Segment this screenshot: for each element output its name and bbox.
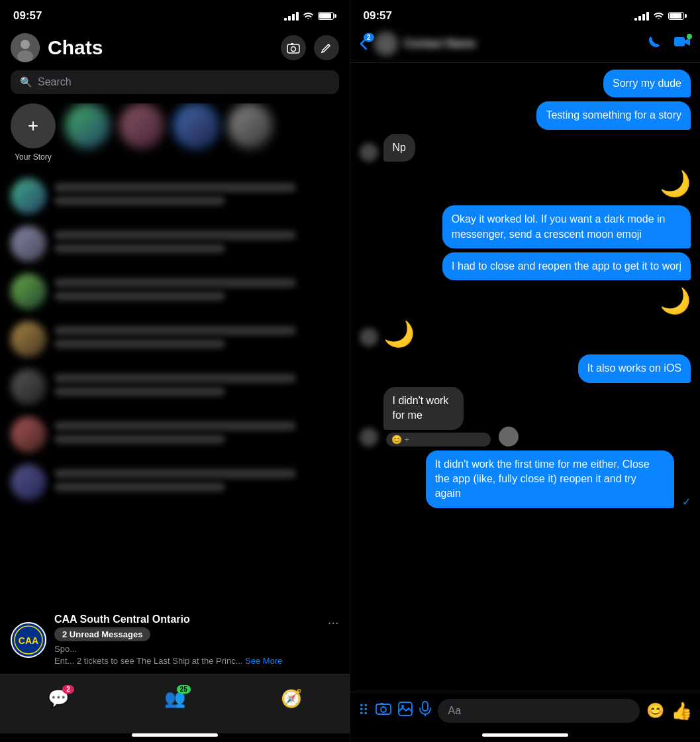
left-panel: 09:57 Chats [0,0,350,742]
bubble-2: Testing something for a story [536,101,691,129]
bubble-1: Sorry my dude [603,70,691,97]
message-4: 🌙 [360,171,691,196]
add-story-button[interactable]: + [11,103,56,148]
contact-info: Contact Name [374,32,641,56]
your-story-item[interactable]: + Your Story [11,103,56,162]
compose-button[interactable] [314,35,339,60]
chat-header: 2 Contact Name [350,28,701,63]
bubble-9: It also works on iOS [578,354,691,382]
more-options-button[interactable]: ⠿ [358,702,369,719]
avatar-8 [360,328,378,346]
story-item-1[interactable] [65,103,110,162]
photo-input-button[interactable] [398,702,413,720]
message-3: Np [360,134,691,162]
story-avatar-1 [65,103,110,148]
tab-discover[interactable]: 🧭 [281,688,302,709]
chat-item-7[interactable] [0,458,350,506]
home-indicator-right [482,733,568,737]
svg-rect-14 [380,703,383,705]
chat-actions [647,34,691,53]
svg-point-5 [291,46,295,51]
bubble-11: It didn't work the first time for me eit… [426,450,674,508]
bubble-3: Np [383,134,415,162]
input-placeholder: Aa [448,705,462,717]
wifi-icon-right [653,9,664,23]
people-badge: 25 [177,685,191,694]
search-icon: 🔍 [20,76,32,88]
contact-avatar [374,32,398,56]
call-button[interactable] [647,34,662,53]
bubble-10: I didn't work for me [383,387,464,430]
status-bar-right: 09:57 [350,0,701,28]
chat-item-3[interactable] [0,268,350,315]
tab-people[interactable]: 👥 25 [164,688,185,709]
message-6: I had to close and reopen the app to get… [360,252,691,280]
back-badge: 2 [364,33,374,42]
contact-name: Contact Name [405,38,641,50]
battery-icon-right [668,12,687,20]
battery-icon-left [318,12,336,20]
chat-item-5[interactable] [0,363,350,411]
status-bar-left: 09:57 [0,0,350,28]
header-icons [281,35,339,60]
chat-item-1[interactable] [0,172,350,220]
message-input[interactable]: Aa [438,699,640,723]
caa-info: CAA South Central Ontario 2 Unread Messa… [54,613,320,667]
svg-point-0 [307,19,309,20]
search-label: Search [38,76,72,88]
avatar-3 [360,143,378,162]
signal-icon-left [284,12,299,21]
svg-rect-17 [423,702,428,711]
read-receipt: ✓ [682,496,691,508]
chats-header: Chats [0,28,350,70]
emoji-4: 🌙 [660,171,691,196]
message-10: I didn't work for me 😊 + [360,387,691,447]
tab-chats[interactable]: 💬 2 [48,688,69,709]
time-left: 09:57 [13,9,42,23]
reaction-bar-10[interactable]: 😊 + [386,433,491,447]
chat-item-2[interactable] [0,220,350,268]
camera-input-button[interactable] [375,702,391,719]
story-item-2[interactable] [119,103,164,162]
svg-rect-6 [291,43,293,45]
svg-point-10 [658,19,660,20]
caa-name: CAA South Central Ontario [54,613,320,625]
self-avatar[interactable] [11,33,40,62]
video-button-container [674,34,691,53]
status-icons-left [284,9,336,23]
emoji-7: 🌙 [660,288,691,313]
chats-badge: 2 [62,685,74,694]
like-button[interactable]: 👍 [671,701,692,721]
contact-avatar-sm [499,427,519,447]
emoji-8: 🌙 [383,321,415,346]
message-8: 🌙 [360,321,691,346]
camera-button[interactable] [281,35,306,60]
chat-item-4[interactable] [0,315,350,363]
message-5: Okay it worked lol. If you want a dark m… [360,205,691,248]
story-avatar-2 [119,103,164,148]
caa-chat-item[interactable]: CAA CAA South Central Ontario 2 Unread M… [0,607,350,674]
discover-icon: 🧭 [281,688,302,709]
signal-icon-right [634,12,649,21]
message-7: 🌙 [360,288,691,313]
home-indicator-left [132,733,218,737]
avatar-10 [360,428,378,447]
bubble-6: I had to close and reopen the app to get… [442,252,691,280]
mic-input-button[interactable] [419,701,431,721]
svg-rect-11 [674,37,685,46]
your-story-label: Your Story [15,152,52,162]
story-item-3[interactable] [174,103,219,162]
emoji-button[interactable]: 😊 [646,702,664,719]
unread-badge: 2 Unread Messages [54,627,150,641]
tab-bar: 💬 2 👥 25 🧭 [0,674,350,733]
caa-more-button[interactable]: ··· [328,613,339,630]
right-panel: 09:57 2 Contact Na [350,0,701,742]
story-item-4[interactable] [228,103,273,162]
input-bar: ⠿ Aa 😊 👍 [350,692,701,729]
search-bar[interactable]: 🔍 Search [11,70,339,94]
chats-title: Chats [48,36,281,59]
chat-item-6[interactable] [0,411,350,458]
back-button[interactable]: 2 [360,37,368,50]
caa-avatar: CAA [11,622,46,658]
see-more-link[interactable]: See More [245,656,282,666]
